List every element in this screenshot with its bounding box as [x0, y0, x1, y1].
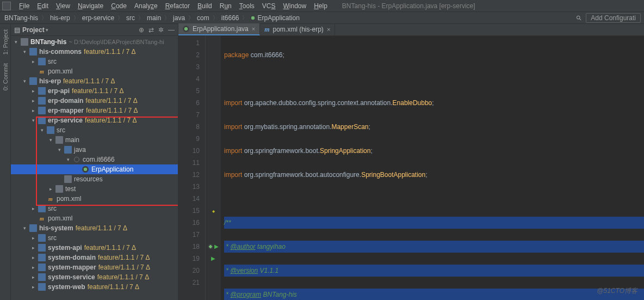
tab-label: ErpApplication.java: [193, 25, 249, 33]
tree-node-main[interactable]: ▾main: [11, 135, 178, 145]
tree-node-system-service[interactable]: ▸system-servicefeature/1.1.1 / 7 Δ: [11, 272, 178, 282]
tree-node-pom-xml[interactable]: mpom.xml: [11, 213, 178, 223]
add-configuration-button[interactable]: Add Configurati: [586, 13, 641, 23]
editor-tabs: ErpApplication.java × m pom.xml (his-erp…: [178, 24, 644, 36]
tool-project[interactable]: 1: Project: [1, 26, 10, 58]
menu-edit[interactable]: Edit: [33, 2, 52, 10]
tab-label: pom.xml (his-erp): [273, 26, 324, 33]
menu-navigate[interactable]: Navigate: [74, 2, 107, 10]
menu-bar: File Edit View Navigate Code Analyze Ref…: [0, 0, 644, 12]
crumb[interactable]: java: [172, 14, 186, 22]
tree-node-com-it6666[interactable]: ▾com.it6666: [11, 155, 178, 164]
project-icon: ▤: [14, 26, 20, 34]
menu-tools[interactable]: Tools: [236, 2, 258, 10]
code-body[interactable]: package com.it6666; import org.apache.du…: [221, 36, 644, 300]
project-title[interactable]: Project: [22, 26, 45, 34]
expand-icon[interactable]: ⇄: [148, 26, 154, 34]
crumb[interactable]: BNTang-his: [3, 14, 39, 22]
tree-node-his-erp[interactable]: ▾his-erpfeature/1.1.1 / 7 Δ: [11, 76, 178, 86]
tree-node-resources[interactable]: resources: [11, 174, 178, 184]
tree-node-erpapplication[interactable]: ErpApplication: [11, 164, 178, 174]
crumb[interactable]: com: [196, 14, 210, 22]
menu-vcs[interactable]: VCS: [258, 2, 280, 10]
tree-node-his-commons[interactable]: ▾his-commonsfeature/1.1.1 / 7 Δ: [11, 47, 178, 57]
tree-node-system-domain[interactable]: ▸system-domainfeature/1.1.1 / 7 Δ: [11, 253, 178, 262]
class-icon: [183, 26, 189, 32]
menu-file[interactable]: File: [15, 2, 33, 10]
menu-refactor[interactable]: Refactor: [162, 2, 194, 10]
tool-commit[interactable]: 0: Commit: [1, 60, 10, 94]
menu-run[interactable]: Run: [216, 2, 236, 10]
menu-window[interactable]: Window: [279, 2, 310, 10]
close-icon[interactable]: ×: [327, 26, 330, 33]
menu-code[interactable]: Code: [107, 2, 131, 10]
crumb[interactable]: src: [125, 14, 136, 22]
tree-node-test[interactable]: ▸test: [11, 184, 178, 194]
tab-pom[interactable]: m pom.xml (his-erp) ×: [260, 23, 335, 35]
crumb-file[interactable]: ErpApplication: [256, 14, 300, 22]
editor-area: ErpApplication.java × m pom.xml (his-erp…: [178, 24, 644, 300]
line-numbers: 123456789101112131415161718192021: [178, 36, 206, 300]
class-icon: [250, 15, 256, 21]
tree-node-system-mapper[interactable]: ▸system-mapperfeature/1.1.1 / 7 Δ: [11, 262, 178, 272]
tree-node-src[interactable]: ▸src: [11, 204, 178, 213]
tree-node-src[interactable]: ▸src: [11, 233, 178, 243]
tab-erpapplication[interactable]: ErpApplication.java ×: [178, 23, 260, 35]
breadcrumb: BNTang-his〉 his-erp〉 erp-service〉 src〉 m…: [0, 12, 644, 24]
tree-node-erp-domain[interactable]: ▸erp-domainfeature/1.1.1 / 7 Δ: [11, 96, 178, 106]
crumb[interactable]: main: [146, 14, 162, 22]
crumb[interactable]: his-erp: [49, 14, 71, 22]
tree-node-erp-mapper[interactable]: ▸erp-mapperfeature/1.1.1 / 7 Δ: [11, 106, 178, 115]
tree-node-src[interactable]: ▸src: [11, 57, 178, 66]
menu-analyze[interactable]: Analyze: [131, 2, 162, 10]
menu-help[interactable]: Help: [310, 2, 331, 10]
target-icon[interactable]: ⊕: [139, 26, 144, 34]
menu-build[interactable]: Build: [194, 2, 216, 10]
tree-node-erp-service[interactable]: ▾erp-servicefeature/1.1.1 / 7 Δ: [11, 115, 178, 125]
ide-logo: [2, 2, 11, 10]
project-tree[interactable]: ▾BNTang-his~ D:\Devlop\IDEAProject\BNTan…: [11, 36, 178, 300]
tree-node-erp-api[interactable]: ▸erp-apifeature/1.1.1 / 7 Δ: [11, 86, 178, 96]
tree-node-his-system[interactable]: ▾his-systemfeature/1.1.1 / 7 Δ: [11, 223, 178, 233]
gutter-marks: ⬥▶▶: [206, 36, 221, 300]
hide-icon[interactable]: —: [168, 26, 175, 34]
gear-icon[interactable]: ✲: [158, 26, 164, 34]
project-header: ▤ Project ▾ ⊕ ⇄ ✲ —: [11, 24, 178, 36]
tree-node-system-web[interactable]: ▸system-webfeature/1.1.1 / 7 Δ: [11, 282, 178, 292]
crumb[interactable]: erp-service: [81, 14, 115, 22]
menu-view[interactable]: View: [52, 2, 74, 10]
project-panel: ▤ Project ▾ ⊕ ⇄ ✲ — ▾BNTang-his~ D:\Devl…: [11, 24, 178, 300]
tree-node-pom-xml[interactable]: mpom.xml: [11, 194, 178, 204]
left-tool-gutter: 1: Project 0: Commit: [0, 24, 11, 300]
crumb[interactable]: it6666: [220, 14, 240, 22]
tree-node-src[interactable]: ▾src: [11, 125, 178, 135]
close-icon[interactable]: ×: [252, 26, 255, 32]
back-icon[interactable]: ⚲: [577, 14, 581, 22]
tree-root[interactable]: ▾BNTang-his~ D:\Devlop\IDEAProject\BNTan…: [11, 37, 178, 47]
tree-node-system-api[interactable]: ▸system-apifeature/1.1.1 / 7 Δ: [11, 243, 178, 253]
window-title: BNTang-his - ErpApplication.java [erp-se…: [342, 2, 475, 10]
tree-node-pom-xml[interactable]: mpom.xml: [11, 66, 178, 76]
maven-icon: m: [264, 26, 269, 34]
code-editor[interactable]: 123456789101112131415161718192021 ⬥▶▶ pa…: [178, 36, 644, 300]
tree-node-java[interactable]: ▾java: [11, 145, 178, 155]
